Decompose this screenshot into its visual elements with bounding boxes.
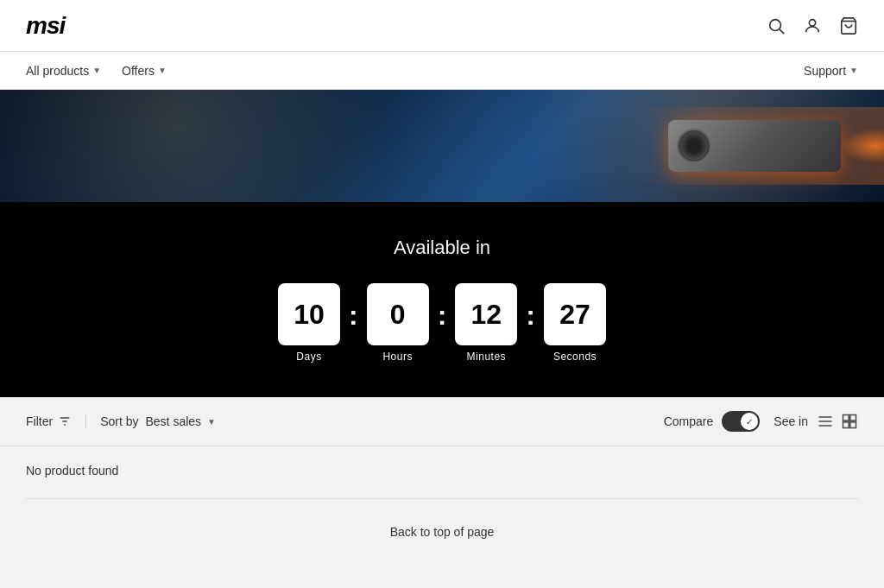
minutes-label: Minutes: [467, 351, 507, 363]
compare-section: Compare ✓: [664, 411, 761, 432]
compare-toggle[interactable]: ✓: [722, 411, 760, 432]
no-product-message: No product found: [26, 464, 858, 477]
view-icons: [817, 413, 858, 430]
chevron-down-icon: ▼: [158, 66, 167, 75]
days-label: Days: [296, 351, 321, 363]
filter-bar: Filter Sort by Best sales ▼ Compare ✓: [0, 397, 884, 446]
sort-section: Sort by Best sales ▼: [85, 414, 216, 428]
hours-value: 0: [367, 283, 429, 345]
nav-item-all-products[interactable]: All products ▼: [26, 64, 101, 78]
see-in-section: See in: [774, 413, 858, 430]
nav-item-support[interactable]: Support ▼: [804, 64, 858, 78]
hours-block: 0 Hours: [367, 283, 429, 363]
list-view-icon[interactable]: [817, 413, 834, 430]
available-in-text: Available in: [394, 237, 490, 259]
svg-line-1: [780, 29, 784, 34]
seconds-value: 27: [544, 283, 606, 345]
sort-dropdown[interactable]: Best sales ▼: [145, 414, 216, 428]
compare-label: Compare: [664, 414, 714, 428]
separator-1: :: [340, 300, 367, 332]
header-icons: [767, 16, 858, 35]
gpu-image: [625, 107, 884, 185]
back-to-top-link[interactable]: Back to top of page: [390, 525, 495, 539]
minutes-block: 12 Minutes: [455, 283, 517, 363]
countdown-timer: 10 Days : 0 Hours : 12 Minutes : 27 Seco…: [278, 283, 606, 363]
check-icon: ✓: [746, 417, 753, 427]
separator-2: :: [429, 300, 456, 332]
hours-label: Hours: [382, 351, 413, 363]
countdown-section: Available in 10 Days : 0 Hours : 12 Minu…: [0, 202, 884, 397]
days-value: 10: [278, 283, 340, 345]
svg-rect-11: [850, 415, 856, 421]
seconds-block: 27 Seconds: [544, 283, 606, 363]
nav-item-offers[interactable]: Offers ▼: [122, 64, 167, 78]
svg-rect-10: [843, 415, 849, 421]
filter-right: Compare ✓ See in: [664, 411, 858, 432]
nav-left: All products ▼ Offers ▼: [26, 64, 167, 78]
svg-rect-13: [850, 422, 856, 428]
chevron-down-icon: ▼: [849, 66, 858, 75]
logo[interactable]: msi: [26, 12, 65, 40]
filter-button[interactable]: Filter: [26, 414, 72, 428]
sort-label: Sort by: [100, 414, 138, 428]
nav-right: Support ▼: [804, 64, 858, 78]
grid-view-icon[interactable]: [841, 413, 858, 430]
cart-icon[interactable]: [839, 16, 858, 35]
search-icon[interactable]: [767, 16, 786, 35]
footer: Back to top of page: [0, 499, 884, 565]
filter-left: Filter Sort by Best sales ▼: [26, 414, 216, 428]
products-area: No product found: [0, 446, 884, 498]
days-block: 10 Days: [278, 283, 340, 363]
chevron-down-icon: ▼: [92, 66, 101, 75]
see-in-label: See in: [774, 414, 808, 428]
banner-graphic: [582, 90, 884, 202]
gpu-fan: [677, 129, 711, 163]
seconds-label: Seconds: [553, 351, 597, 363]
minutes-value: 12: [455, 283, 517, 345]
toggle-thumb: ✓: [741, 413, 758, 430]
user-icon[interactable]: [803, 16, 822, 35]
header: msi: [0, 0, 884, 52]
nav: All products ▼ Offers ▼ Support ▼: [0, 52, 884, 90]
gpu-body: [668, 120, 841, 172]
banner: [0, 90, 884, 202]
sort-value: Best sales: [145, 414, 201, 428]
svg-point-0: [770, 19, 781, 30]
separator-3: :: [517, 300, 544, 332]
gpu-glow: [841, 129, 884, 163]
svg-point-2: [809, 19, 815, 25]
svg-rect-12: [843, 422, 849, 428]
sort-chevron-icon: ▼: [207, 417, 216, 427]
filter-icon: [58, 414, 72, 428]
